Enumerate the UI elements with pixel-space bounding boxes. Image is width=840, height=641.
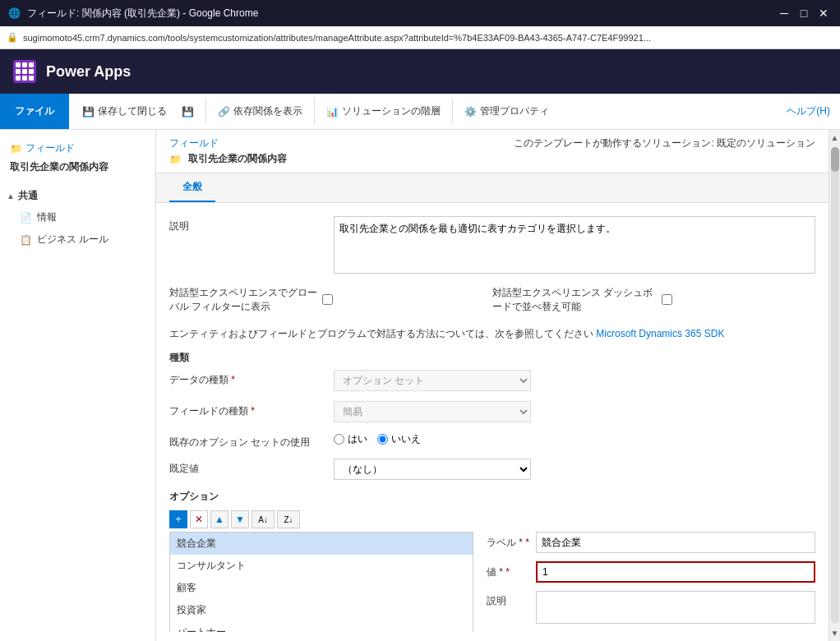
field-type-row: フィールドの種類 簡易 bbox=[169, 401, 815, 422]
option-description-input[interactable] bbox=[536, 591, 815, 624]
sidebar-breadcrumb[interactable]: 📁 フィールド bbox=[0, 138, 155, 159]
title-bar: 🌐 フィールド: 関係内容 (取引先企業) - Google Chrome ─ … bbox=[0, 0, 840, 26]
address-url[interactable]: sugimomoto45.crm7.dynamics.com/tools/sys… bbox=[23, 33, 833, 43]
option-value-row: 値 * bbox=[487, 561, 815, 583]
browser-favicon: 🌐 bbox=[8, 7, 21, 19]
default-value-select[interactable]: （なし） bbox=[334, 459, 531, 480]
dependency-button[interactable]: 🔗 依存関係を表示 bbox=[211, 94, 309, 129]
option-item-3[interactable]: 投資家 bbox=[170, 599, 473, 621]
save-icon: 💾 bbox=[82, 106, 95, 118]
radio-group: はい いいえ bbox=[334, 432, 421, 446]
solution-layers-button[interactable]: 📊 ソリューションの階層 bbox=[320, 94, 447, 129]
scroll-up-arrow[interactable]: ▲ bbox=[831, 130, 839, 145]
sdk-link[interactable]: Microsoft Dynamics 365 SDK bbox=[596, 328, 724, 339]
scrollbar[interactable]: ▲ ▼ bbox=[828, 130, 840, 641]
global-filter-label: 対話型エクスペリエンスでグローバル フィルターに表示 bbox=[169, 286, 317, 314]
maximize-button[interactable]: □ bbox=[796, 5, 812, 21]
sort-za-button[interactable]: Z↓ bbox=[277, 510, 300, 528]
radio-yes: はい bbox=[334, 432, 367, 446]
option-value-input[interactable] bbox=[536, 561, 815, 583]
main-layout: 📁 フィールド 取引先企業の関係内容 ▲ 共通 📄 情報 📋 ビジネス ルール bbox=[0, 130, 840, 641]
option-item-0[interactable]: 競合企業 bbox=[170, 533, 473, 555]
options-section: + ✕ ▲ ▼ A↓ Z↓ 競合企業 コンサルタント 顧客 投資家 パートナー bbox=[169, 510, 815, 632]
help-button[interactable]: ヘルプ(H) bbox=[787, 104, 830, 118]
dashboard-sort-row: 対話型エクスペリエンス ダッシュボードで並べ替え可能 bbox=[492, 286, 815, 314]
global-filter-checkbox[interactable] bbox=[322, 294, 333, 305]
title-bar-controls: ─ □ ✕ bbox=[776, 5, 832, 21]
radio-yes-label: はい bbox=[348, 432, 367, 446]
file-button[interactable]: ファイル bbox=[0, 94, 69, 129]
toolbar-separator-3 bbox=[452, 99, 453, 123]
dependency-icon: 🔗 bbox=[218, 106, 230, 118]
close-button[interactable]: ✕ bbox=[815, 5, 832, 21]
option-label-label: ラベル * bbox=[487, 536, 536, 550]
option-item-2[interactable]: 顧客 bbox=[170, 577, 473, 599]
options-list[interactable]: 競合企業 コンサルタント 顧客 投資家 パートナー インフルエンサ 報道関係者 … bbox=[169, 532, 473, 632]
data-type-select[interactable]: オプション セット bbox=[334, 370, 531, 391]
option-value-label: 値 * bbox=[487, 565, 536, 579]
description-row: 説明 取引先企業との関係を最も適切に表すカテゴリを選択します。 bbox=[169, 216, 815, 276]
dashboard-sort-area: 対話型エクスペリエンス ダッシュボードで並べ替え可能 bbox=[492, 286, 815, 314]
content-title: 📁 取引先企業の関係内容 bbox=[169, 152, 287, 166]
sidebar-item-business-rules[interactable]: 📋 ビジネス ルール bbox=[0, 228, 155, 251]
description-control: 取引先企業との関係を最も適切に表すカテゴリを選択します。 bbox=[334, 216, 815, 276]
info-icon: 📄 bbox=[20, 212, 32, 224]
sidebar-section-header: ▲ 共通 bbox=[0, 186, 155, 206]
option-label-input[interactable] bbox=[536, 532, 815, 553]
toolbar-items: 💾 保存して閉じる 💾 🔗 依存関係を表示 📊 ソリューションの階層 ⚙️ 管理… bbox=[69, 94, 787, 129]
sort-az-button[interactable]: A↓ bbox=[252, 510, 275, 528]
folder-icon: 📁 bbox=[10, 143, 22, 154]
title-bar-left: 🌐 フィールド: 関係内容 (取引先企業) - Google Chrome bbox=[8, 7, 258, 21]
toolbar-separator-2 bbox=[314, 99, 315, 123]
scroll-down-arrow[interactable]: ▼ bbox=[831, 625, 839, 641]
description-input[interactable]: 取引先企業との関係を最も適切に表すカテゴリを選択します。 bbox=[334, 216, 815, 274]
managed-props-button[interactable]: ⚙️ 管理プロパティ bbox=[458, 94, 556, 129]
toolbar: ファイル 💾 保存して閉じる 💾 🔗 依存関係を表示 📊 ソリューションの階層 … bbox=[0, 94, 840, 130]
move-down-button[interactable]: ▼ bbox=[231, 510, 249, 528]
form-area: 説明 取引先企業との関係を最も適切に表すカテゴリを選択します。 対話型エクスペリ… bbox=[156, 203, 828, 632]
data-type-row: データの種類 オプション セット bbox=[169, 370, 815, 391]
move-up-button[interactable]: ▲ bbox=[210, 510, 228, 528]
minimize-button[interactable]: ─ bbox=[776, 5, 792, 21]
save-button[interactable]: 💾 保存して閉じる bbox=[76, 94, 173, 129]
dashboard-sort-checkbox[interactable] bbox=[662, 294, 672, 305]
radio-yes-input[interactable] bbox=[334, 434, 344, 445]
delete-option-button[interactable]: ✕ bbox=[190, 510, 208, 528]
option-description-label: 説明 bbox=[487, 591, 536, 608]
option-description-row: 説明 bbox=[487, 591, 815, 624]
app-logo bbox=[13, 60, 36, 83]
sidebar-section: ▲ 共通 📄 情報 📋 ビジネス ルール bbox=[0, 186, 155, 251]
default-value-control: （なし） bbox=[334, 459, 815, 480]
solution-icon: 📊 bbox=[326, 106, 339, 118]
existing-option-set-row: 既存のオプション セットの使用 はい いいえ bbox=[169, 432, 815, 450]
extra-icon: 💾 bbox=[182, 106, 194, 118]
sidebar-item-info[interactable]: 📄 情報 bbox=[0, 206, 155, 228]
global-filter-area: 対話型エクスペリエンスでグローバル フィルターに表示 bbox=[169, 286, 492, 314]
options-section-title: オプション bbox=[169, 490, 815, 504]
app-title: Power Apps bbox=[46, 63, 131, 81]
options-list-container: 競合企業 コンサルタント 顧客 投資家 パートナー インフルエンサ 報道関係者 … bbox=[169, 532, 815, 632]
toolbar-separator-1 bbox=[205, 99, 206, 123]
address-bar: 🔒 sugimomoto45.crm7.dynamics.com/tools/s… bbox=[0, 26, 840, 49]
sdk-note: エンティティおよびフィールドとプログラムで対話する方法については、次を参照してく… bbox=[169, 327, 815, 341]
toolbar-extra-button[interactable]: 💾 bbox=[175, 94, 201, 129]
global-filter-row: 対話型エクスペリエンスでグローバル フィルターに表示 bbox=[169, 286, 492, 314]
default-value-label: 既定値 bbox=[169, 459, 334, 476]
tab-bar: 全般 bbox=[156, 173, 828, 203]
type-section-title: 種類 bbox=[169, 351, 815, 365]
option-item-4[interactable]: パートナー bbox=[170, 621, 473, 632]
data-type-control: オプション セット bbox=[334, 370, 815, 391]
window-title: フィールド: 関係内容 (取引先企業) - Google Chrome bbox=[27, 7, 258, 21]
content-breadcrumb[interactable]: フィールド bbox=[169, 136, 287, 150]
option-item-1[interactable]: コンサルタント bbox=[170, 555, 473, 577]
content-header: フィールド 📁 取引先企業の関係内容 このテンプレートが動作するソリューション:… bbox=[156, 130, 828, 173]
sidebar: 📁 フィールド 取引先企業の関係内容 ▲ 共通 📄 情報 📋 ビジネス ルール bbox=[0, 130, 156, 641]
radio-no-input[interactable] bbox=[377, 434, 388, 445]
tab-general[interactable]: 全般 bbox=[169, 173, 215, 202]
field-type-select[interactable]: 簡易 bbox=[334, 401, 531, 422]
default-value-row: 既定値 （なし） bbox=[169, 459, 815, 480]
dashboard-sort-label: 対話型エクスペリエンス ダッシュボードで並べ替え可能 bbox=[492, 286, 657, 314]
add-option-button[interactable]: + bbox=[169, 510, 187, 528]
options-toolbar: + ✕ ▲ ▼ A↓ Z↓ bbox=[169, 510, 815, 528]
security-icon: 🔒 bbox=[7, 32, 18, 43]
